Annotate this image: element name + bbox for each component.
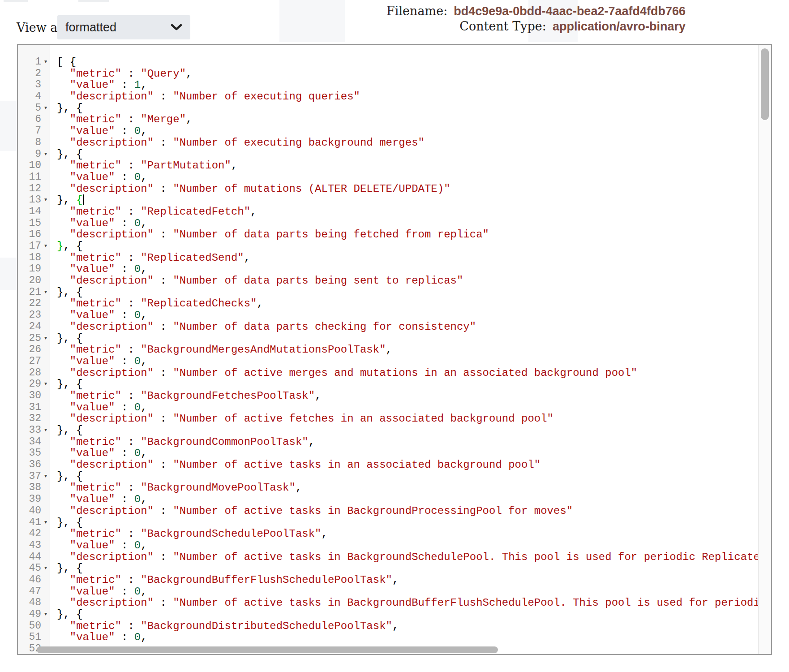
code-text[interactable]: "value" : 1, (51, 79, 758, 91)
code-line[interactable]: 19 "value" : 0, (18, 263, 758, 275)
code-text[interactable]: "description" : "Number of active tasks … (51, 459, 758, 471)
fold-arrow-icon[interactable]: ▾ (41, 333, 50, 345)
code-line[interactable]: 35 "value" : 0, (18, 448, 758, 459)
code-line[interactable]: 45▾}, { (18, 563, 758, 574)
code-text[interactable]: }, { (51, 563, 758, 574)
code-line[interactable]: 23 "value" : 0, (18, 310, 758, 321)
code-line[interactable]: 34 "metric" : "BackgroundCommonPoolTask"… (18, 436, 758, 448)
code-text[interactable]: }, { (51, 149, 758, 160)
code-text[interactable]: "value" : 0, (51, 632, 758, 643)
code-line[interactable]: 36 "description" : "Number of active tas… (18, 459, 758, 471)
code-line[interactable]: 13▾}, { (18, 194, 758, 206)
fold-arrow-icon[interactable]: ▾ (41, 563, 50, 574)
vertical-scrollbar[interactable] (758, 45, 771, 654)
code-line[interactable]: 48 "description" : "Number of active tas… (18, 597, 758, 609)
code-line[interactable]: 49▾}, { (18, 609, 758, 620)
code-line[interactable]: 5▾}, { (18, 103, 758, 114)
code-text[interactable]: "value" : 0, (51, 448, 758, 459)
fold-arrow-icon[interactable]: ▾ (41, 103, 50, 114)
code-text[interactable]: }, { (51, 287, 758, 298)
code-text[interactable]: "value" : 0, (51, 125, 758, 137)
code-line[interactable]: 41▾}, { (18, 517, 758, 529)
view-as-select[interactable]: formatted (57, 15, 190, 39)
code-line[interactable]: 15 "value" : 0, (18, 218, 758, 229)
code-text[interactable]: }, { (51, 241, 758, 252)
code-lines[interactable]: 1▾[ {2 "metric" : "Query",3 "value" : 1,… (18, 56, 758, 655)
code-line[interactable]: 27 "value" : 0, (18, 356, 758, 367)
fold-arrow-icon[interactable]: ▾ (41, 149, 50, 160)
code-text[interactable]: "description" : "Number of active merges… (51, 367, 758, 379)
code-line[interactable]: 30 "metric" : "BackgroundFetchesPoolTask… (18, 390, 758, 402)
code-text[interactable]: "metric" : "Query", (51, 68, 758, 80)
code-text[interactable]: "value" : 0, (51, 540, 758, 551)
code-line[interactable]: 44 "description" : "Number of active tas… (18, 551, 758, 563)
fold-arrow-icon[interactable]: ▾ (41, 379, 50, 390)
code-line[interactable]: 9▾}, { (18, 149, 758, 160)
code-line[interactable]: 20 "description" : "Number of data parts… (18, 275, 758, 287)
horizontal-scrollbar-thumb[interactable] (37, 646, 498, 653)
fold-arrow-icon[interactable]: ▾ (41, 609, 50, 620)
code-text[interactable]: "description" : "Number of mutations (AL… (51, 183, 758, 195)
vertical-scrollbar-thumb[interactable] (761, 48, 769, 120)
code-line[interactable]: 21▾}, { (18, 287, 758, 298)
code-text[interactable]: "metric" : "Merge", (51, 114, 758, 125)
code-line[interactable]: 18 "metric" : "ReplicatedSend", (18, 252, 758, 264)
code-text[interactable]: }, { (51, 194, 758, 206)
code-line[interactable]: 26 "metric" : "BackgroundMergesAndMutati… (18, 344, 758, 356)
code-text[interactable]: "description" : "Number of data parts be… (51, 229, 758, 241)
code-text[interactable]: "value" : 0, (51, 356, 758, 367)
code-text[interactable]: }, { (51, 425, 758, 436)
code-text[interactable]: "metric" : "PartMutation", (51, 160, 758, 172)
code-line[interactable]: 24 "description" : "Number of data parts… (18, 321, 758, 333)
code-text[interactable]: "metric" : "BackgroundCommonPoolTask", (51, 436, 758, 448)
code-line[interactable]: 46 "metric" : "BackgroundBufferFlushSche… (18, 574, 758, 586)
code-text[interactable]: "description" : "Number of active tasks … (51, 551, 758, 563)
code-text[interactable]: "metric" : "ReplicatedSend", (51, 252, 758, 264)
code-text[interactable]: }, { (51, 517, 758, 529)
code-line[interactable]: 33▾}, { (18, 425, 758, 436)
code-line[interactable]: 37▾}, { (18, 471, 758, 482)
code-line[interactable]: 47 "value" : 0, (18, 586, 758, 598)
code-line[interactable]: 17▾}, { (18, 241, 758, 252)
json-code-editor[interactable]: 1▾[ {2 "metric" : "Query",3 "value" : 1,… (17, 44, 772, 655)
code-line[interactable]: 29▾}, { (18, 379, 758, 390)
code-line[interactable]: 50 "metric" : "BackgroundDistributedSche… (18, 620, 758, 632)
fold-arrow-icon[interactable]: ▾ (41, 517, 50, 529)
code-text[interactable]: "metric" : "BackgroundDistributedSchedul… (51, 620, 758, 632)
code-text[interactable]: "value" : 0, (51, 402, 758, 414)
code-text[interactable]: }, { (51, 379, 758, 390)
code-text[interactable]: "value" : 0, (51, 218, 758, 229)
code-line[interactable]: 39 "value" : 0, (18, 494, 758, 505)
code-line[interactable]: 10 "metric" : "PartMutation", (18, 160, 758, 172)
code-text[interactable]: }, { (51, 609, 758, 620)
code-text[interactable]: "value" : 0, (51, 310, 758, 321)
code-line[interactable]: 40 "description" : "Number of active tas… (18, 505, 758, 517)
code-line[interactable]: 3 "value" : 1, (18, 79, 758, 91)
code-line[interactable]: 38 "metric" : "BackgroundMovePoolTask", (18, 482, 758, 494)
code-text[interactable]: "description" : "Number of data parts ch… (51, 321, 758, 333)
fold-arrow-icon[interactable]: ▾ (41, 471, 50, 482)
code-text[interactable]: }, { (51, 471, 758, 482)
fold-arrow-icon[interactable]: ▾ (41, 194, 50, 206)
code-line[interactable]: 16 "description" : "Number of data parts… (18, 229, 758, 241)
code-text[interactable]: "metric" : "ReplicatedFetch", (51, 206, 758, 218)
code-text[interactable]: "metric" : "ReplicatedChecks", (51, 298, 758, 310)
code-text[interactable]: "description" : "Number of active tasks … (51, 505, 758, 517)
code-text[interactable]: "metric" : "BackgroundFetchesPoolTask", (51, 390, 758, 402)
code-line[interactable]: 14 "metric" : "ReplicatedFetch", (18, 206, 758, 218)
code-text[interactable]: "value" : 0, (51, 172, 758, 183)
code-text[interactable]: }, { (51, 103, 758, 114)
code-line[interactable]: 4 "description" : "Number of executing q… (18, 91, 758, 103)
fold-arrow-icon[interactable]: ▾ (41, 425, 50, 436)
code-line[interactable]: 31 "value" : 0, (18, 402, 758, 414)
code-text[interactable]: "value" : 0, (51, 263, 758, 275)
code-text[interactable]: "description" : "Number of active fetche… (51, 413, 758, 425)
code-text[interactable]: "metric" : "BackgroundSchedulePoolTask", (51, 528, 758, 540)
code-text[interactable]: "value" : 0, (51, 494, 758, 505)
code-line[interactable]: 25▾}, { (18, 333, 758, 345)
code-line[interactable]: 2 "metric" : "Query", (18, 68, 758, 80)
code-text[interactable]: "value" : 0, (51, 586, 758, 598)
fold-arrow-icon[interactable]: ▾ (41, 287, 50, 298)
code-line[interactable]: 1▾[ { (18, 56, 758, 68)
code-line[interactable]: 42 "metric" : "BackgroundSchedulePoolTas… (18, 528, 758, 540)
